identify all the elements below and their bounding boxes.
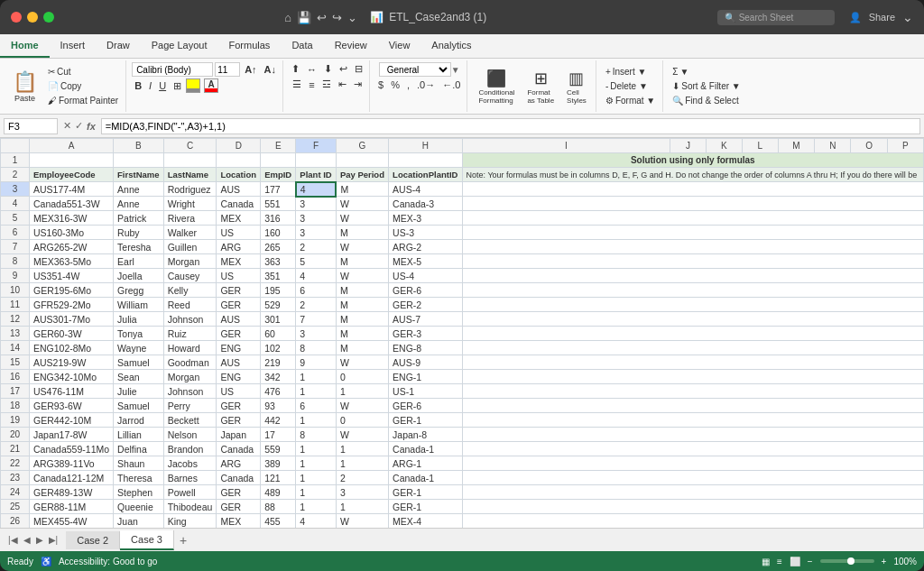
- cell-H13[interactable]: GER-3: [389, 327, 462, 341]
- cell-I19[interactable]: [462, 413, 923, 428]
- cell-D18[interactable]: GER: [217, 399, 261, 413]
- undo-icon[interactable]: ↩: [317, 11, 327, 24]
- font-decrease-button[interactable]: A↓: [262, 63, 279, 76]
- cell-I5[interactable]: [462, 211, 923, 226]
- cell-I18[interactable]: [462, 399, 923, 413]
- cell-D26[interactable]: MEX: [217, 514, 261, 529]
- cell-E26[interactable]: 455: [261, 514, 296, 529]
- cell-C3[interactable]: Rodriguez: [163, 182, 217, 197]
- cell-D10[interactable]: GER: [217, 283, 261, 298]
- border-button[interactable]: ⊞: [171, 79, 184, 93]
- cell-G2[interactable]: Pay Period: [336, 168, 388, 182]
- col-header-G[interactable]: G: [336, 139, 388, 153]
- tab-review[interactable]: Review: [324, 34, 378, 58]
- cell-F3[interactable]: 4: [296, 182, 337, 197]
- cell-B9[interactable]: Joella: [114, 269, 164, 283]
- cell-F7[interactable]: 2: [296, 240, 337, 254]
- cell-B12[interactable]: Julia: [114, 312, 164, 327]
- cell-F22[interactable]: 1: [296, 456, 337, 471]
- underline-button[interactable]: U: [156, 79, 169, 92]
- cell-I15[interactable]: [462, 355, 923, 370]
- cell-B22[interactable]: Shaun: [114, 456, 164, 471]
- cell-A2[interactable]: EmployeeCode: [30, 168, 114, 182]
- wrap-text-button[interactable]: ↩: [337, 62, 350, 76]
- indent-increase-button[interactable]: ⇥: [351, 78, 365, 91]
- cell-G9[interactable]: W: [336, 269, 388, 283]
- cell-I11[interactable]: [462, 298, 923, 312]
- add-sheet-button[interactable]: +: [174, 531, 192, 549]
- cell-E7[interactable]: 265: [261, 240, 296, 254]
- tab-home[interactable]: Home: [0, 34, 50, 58]
- first-sheet-button[interactable]: |◀: [5, 534, 21, 546]
- col-header-M[interactable]: M: [778, 139, 815, 153]
- cell-G6[interactable]: M: [336, 226, 388, 240]
- sheet-tab-case2[interactable]: Case 2: [66, 531, 120, 549]
- col-header-K[interactable]: K: [706, 139, 742, 153]
- cell-H23[interactable]: Canada-1: [389, 471, 462, 485]
- cell-F21[interactable]: 1: [296, 442, 337, 456]
- more-icon[interactable]: ⌄: [347, 11, 357, 24]
- cell-A21[interactable]: Canada559-11Mo: [30, 442, 114, 456]
- cell-B14[interactable]: Wayne: [114, 341, 164, 355]
- cell-B13[interactable]: Tonya: [114, 327, 164, 341]
- cell-F9[interactable]: 4: [296, 269, 337, 283]
- cell-F17[interactable]: 1: [296, 384, 337, 399]
- cell-C24[interactable]: Powell: [163, 485, 217, 500]
- cell-F18[interactable]: 6: [296, 399, 337, 413]
- cell-B8[interactable]: Earl: [114, 254, 164, 269]
- zoom-out-button[interactable]: −: [808, 557, 813, 566]
- cell-B19[interactable]: Jarrod: [114, 413, 164, 428]
- cell-I22[interactable]: [462, 456, 923, 471]
- cell-H11[interactable]: GER-2: [389, 298, 462, 312]
- cell-F8[interactable]: 5: [296, 254, 337, 269]
- cell-E22[interactable]: 389: [261, 456, 296, 471]
- number-format-selector[interactable]: General Number Currency: [379, 62, 451, 77]
- cell-H24[interactable]: GER-1: [389, 485, 462, 500]
- cell-A24[interactable]: GER489-13W: [30, 485, 114, 500]
- tab-insert[interactable]: Insert: [50, 34, 97, 58]
- cell-E9[interactable]: 351: [261, 269, 296, 283]
- align-center-button[interactable]: ≡: [306, 78, 317, 91]
- cell-C13[interactable]: Ruiz: [163, 327, 217, 341]
- cell-D7[interactable]: ARG: [217, 240, 261, 254]
- font-increase-button[interactable]: A↑: [242, 63, 259, 76]
- col-header-P[interactable]: P: [887, 139, 923, 153]
- cell-I2[interactable]: Note: Your formulas must be in columns D…: [462, 168, 923, 182]
- indent-decrease-button[interactable]: ⇤: [336, 78, 349, 91]
- cell-I1-merge[interactable]: Solution using only formulas: [462, 153, 923, 168]
- cell-E21[interactable]: 559: [261, 442, 296, 456]
- minimize-button[interactable]: [27, 12, 38, 23]
- tab-draw[interactable]: Draw: [96, 34, 141, 58]
- cell-C25[interactable]: Thibodeau: [163, 500, 217, 514]
- cell-I20[interactable]: [462, 428, 923, 442]
- insert-function-icon[interactable]: fx: [87, 121, 96, 132]
- cell-G8[interactable]: M: [336, 254, 388, 269]
- cell-I16[interactable]: [462, 370, 923, 384]
- cell-C23[interactable]: Barnes: [163, 471, 217, 485]
- conditional-formatting-button[interactable]: ⬛ ConditionalFormatting: [473, 67, 520, 106]
- cell-B23[interactable]: Theresa: [114, 471, 164, 485]
- cell-E23[interactable]: 121: [261, 471, 296, 485]
- zoom-in-button[interactable]: +: [882, 557, 887, 566]
- cell-H21[interactable]: Canada-1: [389, 442, 462, 456]
- cell-I4[interactable]: [462, 197, 923, 211]
- cell-H2[interactable]: LocationPlantID: [389, 168, 462, 182]
- cell-H5[interactable]: MEX-3: [389, 211, 462, 226]
- cell-D20[interactable]: Japan: [217, 428, 261, 442]
- cell-I17[interactable]: [462, 384, 923, 399]
- cell-B6[interactable]: Ruby: [114, 226, 164, 240]
- col-header-A[interactable]: A: [30, 139, 114, 153]
- cell-H7[interactable]: ARG-2: [389, 240, 462, 254]
- cell-E2[interactable]: EmpID: [261, 168, 296, 182]
- cell-H6[interactable]: US-3: [389, 226, 462, 240]
- cell-C17[interactable]: Johnson: [163, 384, 217, 399]
- cell-I7[interactable]: [462, 240, 923, 254]
- cell-I21[interactable]: [462, 442, 923, 456]
- format-as-table-button[interactable]: ⊞ Formatas Table: [522, 67, 559, 106]
- cell-A11[interactable]: GFR529-2Mo: [30, 298, 114, 312]
- cell-D5[interactable]: MEX: [217, 211, 261, 226]
- cell-styles-button[interactable]: ▥ CellStyles: [561, 67, 592, 106]
- cell-A20[interactable]: Japan17-8W: [30, 428, 114, 442]
- cell-F24[interactable]: 1: [296, 485, 337, 500]
- cell-C16[interactable]: Morgan: [163, 370, 217, 384]
